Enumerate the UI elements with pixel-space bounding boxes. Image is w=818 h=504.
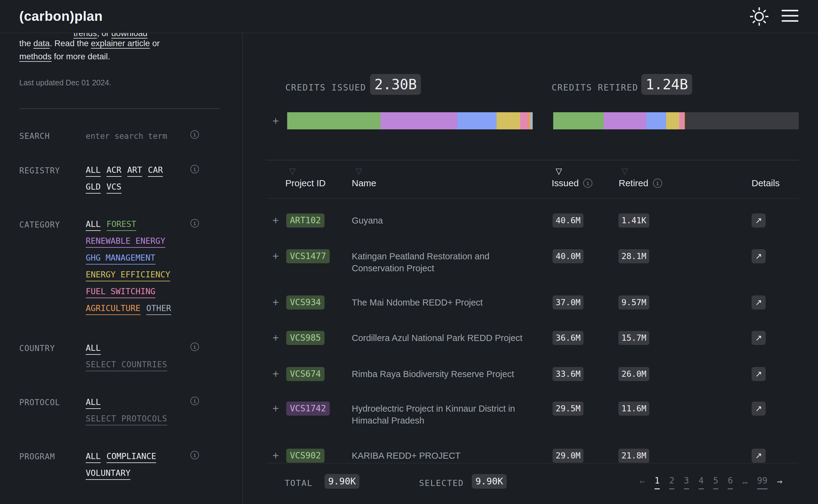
country-option-all[interactable]: ALL [86, 343, 101, 355]
sort-issued-icon[interactable]: ▽ [556, 166, 562, 176]
protocol-option-all[interactable]: ALL [86, 397, 101, 409]
bar-segment-forest [287, 112, 381, 129]
category-option-all[interactable]: ALL [86, 219, 101, 231]
search-info-icon[interactable]: i [190, 130, 199, 139]
page-3[interactable]: 3 [684, 476, 689, 489]
bar-segment-agriculture [527, 112, 530, 129]
project-id-badge: VCS674 [286, 367, 325, 381]
project-id-badge: VCS985 [286, 331, 325, 345]
category-option-fuel-switching[interactable]: FUEL SWITCHING [86, 287, 155, 298]
credits-issued-bar [287, 112, 533, 129]
intro-text: the data. Read the explainer article orm… [19, 37, 209, 63]
program-option-compliance[interactable]: COMPLIANCE [106, 451, 156, 463]
bar-segment-unretired-remainder [685, 112, 799, 129]
details-link-icon[interactable]: ↗ [752, 249, 766, 263]
protocol-info-icon[interactable]: i [190, 397, 199, 405]
credits-retired-value: 1.24B [642, 74, 692, 95]
category-option-row: RENEWABLE ENERGY [86, 236, 171, 248]
project-id-badge: VCS1742 [286, 402, 330, 416]
category-option-ghg-management[interactable]: GHG MANAGEMENT [86, 253, 155, 265]
details-link-icon[interactable]: ↗ [752, 295, 766, 309]
page-5[interactable]: 5 [713, 476, 719, 489]
expand-row-button[interactable]: + [273, 403, 279, 414]
expand-row-button[interactable]: + [273, 251, 279, 262]
project-name: Guyana [352, 215, 529, 227]
registry-option-art[interactable]: ART [127, 165, 142, 177]
bar-segment-renewable-energy [381, 112, 457, 129]
country-info-icon[interactable]: i [190, 343, 199, 351]
select-protocols-button[interactable]: SELECT PROTOCOLS [86, 414, 167, 425]
details-link-icon[interactable]: ↗ [752, 402, 766, 416]
program-label: PROGRAM [19, 452, 55, 461]
registry-option-gld[interactable]: GLD [86, 182, 101, 194]
page-next-icon[interactable]: → [777, 476, 783, 487]
expand-row-button[interactable]: + [273, 450, 279, 461]
registry-info-icon[interactable]: i [190, 165, 199, 173]
sort-project-id-icon[interactable]: ▽ [289, 166, 296, 176]
project-id-badge: VCS902 [286, 449, 325, 463]
details-link-icon[interactable]: ↗ [752, 449, 766, 463]
page-2[interactable]: 2 [669, 476, 675, 489]
sort-retired-icon[interactable]: ▽ [622, 166, 628, 176]
theme-toggle-sun-icon[interactable] [749, 7, 769, 26]
table-top-divider [266, 160, 799, 160]
col-retired: Retiredi [619, 178, 662, 188]
expand-bars-button[interactable]: + [273, 116, 279, 127]
program-info-icon[interactable]: i [190, 451, 199, 459]
details-link-icon[interactable]: ↗ [752, 367, 766, 381]
table-row: +VCS674Rimba Raya Biodiversity Reserve P… [243, 367, 818, 381]
registry-option-row: ALLACRARTCAR [86, 165, 163, 177]
registry-option-vcs[interactable]: VCS [106, 182, 121, 194]
category-option-agriculture[interactable]: AGRICULTURE [86, 303, 140, 315]
category-option-energy-efficiency[interactable]: ENERGY EFFICIENCY [86, 270, 170, 281]
category-option-other[interactable]: OTHER [146, 303, 171, 315]
issued-info-icon[interactable]: i [583, 179, 592, 188]
category-option-row: ALLFOREST [86, 219, 171, 231]
methods-link[interactable]: methods [19, 52, 51, 61]
data-link[interactable]: data [33, 39, 50, 48]
protocol-label: PROTOCOL [19, 398, 60, 407]
expand-row-button[interactable]: + [273, 369, 279, 380]
category-option-forest[interactable]: FOREST [106, 219, 136, 231]
col-details: Details [752, 178, 780, 188]
category-option-row: GHG MANAGEMENT [86, 253, 171, 265]
page-99[interactable]: 99 [757, 476, 768, 489]
page-prev-icon[interactable]: ← [640, 476, 645, 487]
retired-info-icon[interactable]: i [653, 179, 662, 188]
selected-value: 9.90K [472, 474, 507, 489]
issued-value-badge: 29.0M [552, 449, 583, 463]
sort-name-icon[interactable]: ▽ [355, 166, 362, 176]
registry-option-all[interactable]: ALL [86, 165, 101, 177]
page-4[interactable]: 4 [699, 476, 704, 489]
app-header: (carbon)plan [0, 0, 818, 33]
expand-row-button[interactable]: + [273, 215, 279, 226]
details-link-icon[interactable]: ↗ [752, 213, 766, 228]
category-info-icon[interactable]: i [190, 219, 199, 228]
explainer-article-link[interactable]: explainer article [91, 39, 150, 48]
program-option-voluntary[interactable]: VOLUNTARY [86, 468, 130, 480]
category-option-renewable-energy[interactable]: RENEWABLE ENERGY [86, 236, 165, 248]
carbonplan-logo[interactable]: (carbon)plan [19, 9, 102, 24]
project-name: KARIBA REDD+ PROJECT [352, 450, 529, 462]
page-1[interactable]: 1 [655, 476, 660, 489]
retired-value-badge: 21.8M [619, 449, 649, 463]
col-issued: Issuedi [552, 178, 592, 188]
expand-row-button[interactable]: + [273, 332, 279, 343]
main-content: CREDITS ISSUED 2.30B CREDITS RETIRED 1.2… [243, 33, 818, 504]
menu-icon[interactable] [782, 10, 798, 24]
select-countries-button[interactable]: SELECT COUNTRIES [86, 360, 167, 371]
program-option-all[interactable]: ALL [86, 451, 101, 463]
registry-option-acr[interactable]: ACR [106, 165, 121, 177]
registry-option-car[interactable]: CAR [148, 165, 163, 177]
page-6[interactable]: 6 [728, 476, 733, 489]
total-label: TOTAL [285, 478, 313, 488]
bar-segment-ghg-management [646, 112, 666, 129]
table-row: +VCS985Cordillera Azul National Park RED… [243, 331, 818, 345]
details-link-icon[interactable]: ↗ [752, 331, 766, 345]
expand-row-button[interactable]: + [273, 297, 279, 308]
search-input[interactable]: enter search term [86, 132, 167, 141]
table-bottom-divider [266, 463, 799, 463]
retired-value-badge: 11.6M [619, 402, 649, 416]
bar-segment-fuel-switching [520, 112, 527, 129]
project-id-badge: ART102 [286, 213, 325, 228]
